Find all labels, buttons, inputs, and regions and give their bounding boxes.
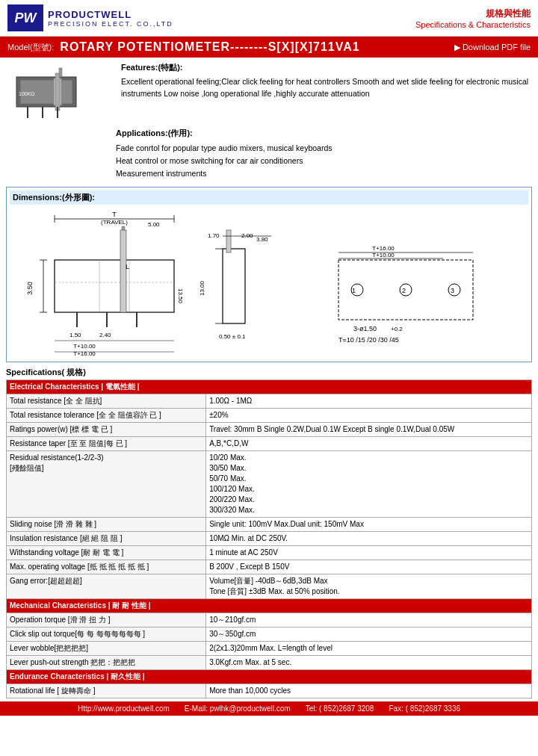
svg-text:1.50: 1.50: [69, 332, 81, 338]
pdf-download-link[interactable]: ▶ Download PDF file: [454, 43, 531, 52]
table-row: Lever push-out strength 把把：把把把 3.0Kgf.cm…: [7, 656, 532, 670]
table-row: Sliding noise [滑 滑 雜 雜 ] Single unit: 10…: [7, 518, 532, 532]
click-slip-label: Click slip out torque[每 每 每每每每每每 ]: [7, 628, 206, 642]
tolerance-value: ±20%: [206, 409, 532, 423]
svg-text:(TRAVEL): (TRAVEL): [101, 219, 128, 226]
model-bar: Model(型號): ROTARY POTENTIOMETER--------S…: [0, 37, 538, 58]
page-footer: Http://www.productwell.com E-Mail: pwlhk…: [0, 701, 538, 716]
table-row: Total resistance [全 全 阻抗] 1.00Ω - 1MΩ: [7, 394, 532, 409]
app-item-3: Measurement instruments: [116, 167, 332, 180]
svg-text:3.80: 3.80: [256, 236, 268, 243]
svg-text:3-ø1.50: 3-ø1.50: [353, 325, 377, 332]
applications-list: Fade conrtol for popular type audio mixe…: [116, 142, 332, 179]
svg-rect-36: [223, 249, 245, 323]
max-voltage-value: B 200V , Except B 150V: [206, 560, 532, 574]
svg-rect-9: [55, 260, 174, 312]
footer-links: Http://www.productwell.com E-Mail: pwlhk…: [3, 704, 535, 713]
applications-section: Applications:(作用): Fade conrtol for popu…: [0, 125, 538, 182]
model-label: Model(型號):: [7, 42, 54, 53]
model-name: ROTARY POTENTIOMETER--------S[X][X]711VA…: [60, 40, 359, 54]
taper-value: A,B,*C,D,W: [206, 437, 532, 451]
table-row: Resistance taper [至 至 阻值|每 已 ] A,B,*C,D,…: [7, 437, 532, 451]
svg-text:13.00: 13.00: [199, 281, 205, 297]
svg-rect-14: [122, 226, 125, 230]
withstanding-value: 1 minute at AC 250V: [206, 546, 532, 560]
svg-rect-13: [120, 230, 126, 312]
svg-text:3: 3: [451, 287, 454, 294]
features-title: Features:(特點):: [121, 62, 529, 73]
svg-text:2.40: 2.40: [99, 332, 111, 338]
product-svg: 100KΩ: [13, 62, 110, 122]
spec-cn-label: 規格與性能: [415, 7, 531, 20]
table-row: Withstanding voltage [耐 耐 電 電 ] 1 minute…: [7, 546, 532, 560]
gang-label: Gang error:[超超超超]: [7, 574, 206, 599]
svg-rect-37: [226, 230, 231, 252]
svg-text:+0.2: +0.2: [391, 326, 403, 332]
dimensions-title: Dimensions:(外形圖):: [10, 190, 528, 205]
page-header: PW PRODUCTWELL PRECISION ELECT. CO.,LTD …: [0, 0, 538, 37]
lever-push-value: 3.0Kgf.cm Max. at 5 sec.: [206, 656, 532, 670]
footer-email[interactable]: E-Mail: pwlhk@productwell.com: [185, 704, 291, 713]
svg-text:0.50 ± 0.1: 0.50 ± 0.1: [219, 333, 246, 340]
svg-text:L: L: [126, 263, 129, 270]
company-name: PRODUCTWELL: [48, 9, 173, 20]
specifications-section: Specifications( 規格) Electrical Character…: [6, 367, 532, 698]
click-slip-value: 30～350gf.cm: [206, 628, 532, 642]
gang-value: Volume[音量] -40dB～6dB,3dB Max Tone [音質] ±…: [206, 574, 532, 599]
features-section: 100KΩ Features:(特點): Excellent operation…: [0, 58, 538, 125]
total-resistance-value: 1.00Ω - 1MΩ: [206, 394, 532, 409]
op-torque-value: 10～210gf.cm: [206, 613, 532, 628]
table-row: Ratings power(w) [標 標 電 已 ] Travel: 30mm…: [7, 423, 532, 437]
tolerance-label: Total resistance tolerance [全 全 阻值容許 已 ]: [7, 409, 206, 423]
table-row: Max. operating voltage [抵 抵 抵 抵 抵 抵 ] B …: [7, 560, 532, 574]
svg-text:T+10.00: T+10.00: [73, 343, 96, 350]
svg-text:T+16.00: T+16.00: [372, 245, 395, 252]
ratings-value: Travel: 30mm B Single 0.2W,Dual 0.1W Exc…: [206, 423, 532, 437]
lever-wobble-label: Lever wobble[把把把把]: [7, 642, 206, 656]
table-row: Insulation resistance [絕 絕 阻 阻 ] 10MΩ Mi…: [7, 532, 532, 546]
table-row: Operation torque [滑 滑 扭 力 ] 10～210gf.cm: [7, 613, 532, 628]
svg-text:T+16.00: T+16.00: [73, 350, 96, 357]
endurance-header: Endurance Characteristics | 耐久性能 |: [7, 670, 532, 684]
mechanical-header: Mechanical Characteristics | 耐 耐 性能 |: [7, 599, 532, 613]
electrical-header-row: Electrical Characteristics | 電氣性能 |: [7, 380, 532, 394]
svg-text:3.50: 3.50: [26, 282, 34, 296]
svg-rect-3: [55, 73, 60, 111]
insulation-value: 10MΩ Min. at DC 250V.: [206, 532, 532, 546]
table-row: Gang error:[超超超超] Volume[音量] -40dB～6dB,3…: [7, 574, 532, 599]
lever-wobble-value: 2(2x1.3)20mm Max. L=length of level: [206, 642, 532, 656]
endurance-header-row: Endurance Characteristics | 耐久性能 |: [7, 670, 532, 684]
logo-area: PW PRODUCTWELL PRECISION ELECT. CO.,LTD: [7, 4, 173, 31]
max-voltage-label: Max. operating voltage [抵 抵 抵 抵 抵 抵 ]: [7, 560, 206, 574]
svg-text:2.00: 2.00: [241, 232, 253, 239]
svg-text:1: 1: [352, 287, 356, 294]
dimensions-section: Dimensions:(外形圖): 3.50 T: [6, 187, 532, 362]
taper-label: Resistance taper [至 至 阻值|每 已 ]: [7, 437, 206, 451]
footer-website[interactable]: Http://www.productwell.com: [78, 704, 170, 713]
svg-rect-8: [59, 68, 62, 77]
sliding-value: Single unit: 100mV Max.Dual unit: 150mV …: [206, 518, 532, 532]
features-desc: Excellent operational feeling;Clear clic…: [121, 76, 529, 100]
product-image: 100KΩ: [9, 62, 114, 122]
insulation-label: Insulation resistance [絕 絕 阻 阻 ]: [7, 532, 206, 546]
specs-table: Electrical Characteristics | 電氣性能 | Tota…: [6, 379, 532, 698]
table-row: Click slip out torque[每 每 每每每每每每 ] 30～35…: [7, 628, 532, 642]
svg-text:1.70: 1.70: [208, 232, 220, 239]
withstanding-label: Withstanding voltage [耐 耐 電 電 ]: [7, 546, 206, 560]
lever-push-label: Lever push-out strength 把把：把把把: [7, 656, 206, 670]
svg-text:13.50: 13.50: [177, 288, 184, 304]
svg-text:5.00: 5.00: [148, 221, 160, 228]
mechanical-header-row: Mechanical Characteristics | 耐 耐 性能 |: [7, 599, 532, 613]
residual-value: 10/20 Max. 30/50 Max. 50/70 Max. 100/120…: [206, 451, 532, 518]
app-item-2: Heat control or mose switching for car a…: [116, 155, 332, 167]
svg-text:T=10 /15 /20 /30 /45: T=10 /15 /20 /30 /45: [338, 336, 399, 344]
op-torque-label: Operation torque [滑 滑 扭 力 ]: [7, 613, 206, 628]
company-subtitle: PRECISION ELECT. CO.,LTD: [48, 20, 173, 28]
svg-text:2: 2: [402, 287, 406, 294]
footer-tel: Tel: ( 852)2687 3208: [306, 704, 374, 713]
svg-text:100KΩ: 100KΩ: [19, 91, 35, 96]
table-row: Residual resistance(1-2/2-3) [殘餘阻值] 10/2…: [7, 451, 532, 518]
dimensions-diagram: 3.50 T (TRAVEL) 5.00 L 13.50 1.50 2.40 T…: [10, 208, 528, 357]
table-row: Total resistance tolerance [全 全 阻值容許 已 ]…: [7, 409, 532, 423]
app-item-1: Fade conrtol for popular type audio mixe…: [116, 142, 332, 155]
